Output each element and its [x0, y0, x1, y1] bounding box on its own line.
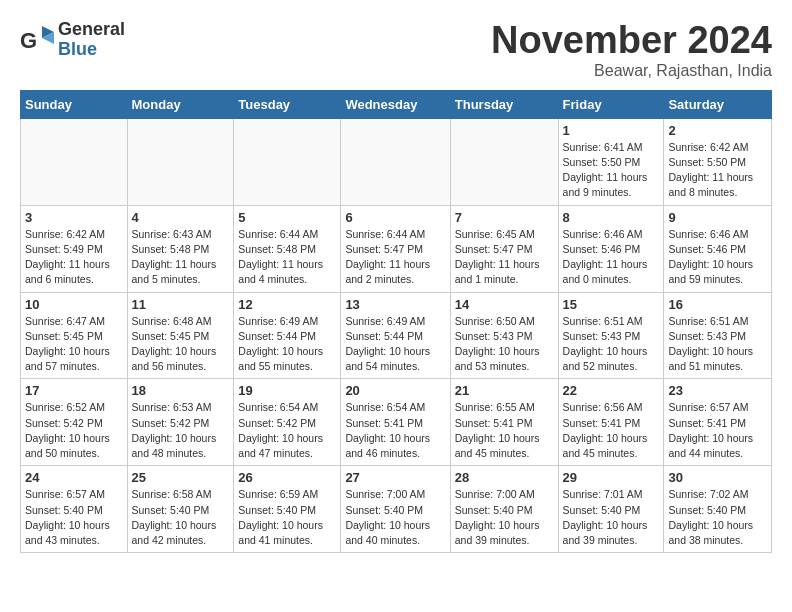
sunset-label: Sunset: 5:42 PM: [238, 417, 316, 429]
sunrise-label: Sunrise: 6:53 AM: [132, 401, 212, 413]
header-thursday: Thursday: [450, 90, 558, 118]
day-number: 24: [25, 470, 123, 485]
day-number: 14: [455, 297, 554, 312]
calendar-cell-4-5: 29 Sunrise: 7:01 AM Sunset: 5:40 PM Dayl…: [558, 466, 664, 553]
day-number: 29: [563, 470, 660, 485]
sunset-label: Sunset: 5:47 PM: [455, 243, 533, 255]
sunset-label: Sunset: 5:43 PM: [668, 330, 746, 342]
sunrise-label: Sunrise: 7:00 AM: [455, 488, 535, 500]
sunrise-label: Sunrise: 6:56 AM: [563, 401, 643, 413]
sunset-label: Sunset: 5:47 PM: [345, 243, 423, 255]
sunset-label: Sunset: 5:41 PM: [563, 417, 641, 429]
calendar-week-4: 17 Sunrise: 6:52 AM Sunset: 5:42 PM Dayl…: [21, 379, 772, 466]
day-number: 13: [345, 297, 445, 312]
weekday-header-row: Sunday Monday Tuesday Wednesday Thursday…: [21, 90, 772, 118]
header-sunday: Sunday: [21, 90, 128, 118]
sunset-label: Sunset: 5:40 PM: [132, 504, 210, 516]
calendar-cell-4-3: 27 Sunrise: 7:00 AM Sunset: 5:40 PM Dayl…: [341, 466, 450, 553]
day-number: 26: [238, 470, 336, 485]
sunset-label: Sunset: 5:44 PM: [345, 330, 423, 342]
calendar-cell-1-1: 4 Sunrise: 6:43 AM Sunset: 5:48 PM Dayli…: [127, 205, 234, 292]
calendar-cell-2-3: 13 Sunrise: 6:49 AM Sunset: 5:44 PM Dayl…: [341, 292, 450, 379]
daylight-label: Daylight: 11 hours and 4 minutes.: [238, 258, 323, 285]
sunrise-label: Sunrise: 6:57 AM: [668, 401, 748, 413]
sunrise-label: Sunrise: 6:41 AM: [563, 141, 643, 153]
sunset-label: Sunset: 5:46 PM: [563, 243, 641, 255]
day-number: 18: [132, 383, 230, 398]
daylight-label: Daylight: 10 hours and 38 minutes.: [668, 519, 753, 546]
daylight-label: Daylight: 11 hours and 2 minutes.: [345, 258, 430, 285]
daylight-label: Daylight: 10 hours and 45 minutes.: [455, 432, 540, 459]
header: G General Blue November 2024 Beawar, Raj…: [20, 20, 772, 80]
day-number: 22: [563, 383, 660, 398]
day-number: 3: [25, 210, 123, 225]
calendar-cell-3-6: 23 Sunrise: 6:57 AM Sunset: 5:41 PM Dayl…: [664, 379, 772, 466]
day-number: 23: [668, 383, 767, 398]
calendar-week-5: 24 Sunrise: 6:57 AM Sunset: 5:40 PM Dayl…: [21, 466, 772, 553]
calendar-week-3: 10 Sunrise: 6:47 AM Sunset: 5:45 PM Dayl…: [21, 292, 772, 379]
daylight-label: Daylight: 10 hours and 41 minutes.: [238, 519, 323, 546]
calendar-cell-2-4: 14 Sunrise: 6:50 AM Sunset: 5:43 PM Dayl…: [450, 292, 558, 379]
daylight-label: Daylight: 10 hours and 42 minutes.: [132, 519, 217, 546]
logo-icon: G: [20, 22, 56, 58]
daylight-label: Daylight: 10 hours and 39 minutes.: [455, 519, 540, 546]
daylight-label: Daylight: 11 hours and 1 minute.: [455, 258, 540, 285]
sunset-label: Sunset: 5:40 PM: [345, 504, 423, 516]
daylight-label: Daylight: 10 hours and 50 minutes.: [25, 432, 110, 459]
calendar-cell-2-2: 12 Sunrise: 6:49 AM Sunset: 5:44 PM Dayl…: [234, 292, 341, 379]
sunrise-label: Sunrise: 6:48 AM: [132, 315, 212, 327]
sunrise-label: Sunrise: 6:43 AM: [132, 228, 212, 240]
calendar-cell-0-5: 1 Sunrise: 6:41 AM Sunset: 5:50 PM Dayli…: [558, 118, 664, 205]
header-tuesday: Tuesday: [234, 90, 341, 118]
sunset-label: Sunset: 5:40 PM: [455, 504, 533, 516]
day-number: 20: [345, 383, 445, 398]
sunrise-label: Sunrise: 6:55 AM: [455, 401, 535, 413]
sunset-label: Sunset: 5:41 PM: [345, 417, 423, 429]
calendar-cell-2-1: 11 Sunrise: 6:48 AM Sunset: 5:45 PM Dayl…: [127, 292, 234, 379]
calendar-cell-1-0: 3 Sunrise: 6:42 AM Sunset: 5:49 PM Dayli…: [21, 205, 128, 292]
calendar-cell-0-4: [450, 118, 558, 205]
sunset-label: Sunset: 5:45 PM: [132, 330, 210, 342]
day-number: 2: [668, 123, 767, 138]
header-wednesday: Wednesday: [341, 90, 450, 118]
day-number: 9: [668, 210, 767, 225]
day-number: 6: [345, 210, 445, 225]
daylight-label: Daylight: 10 hours and 45 minutes.: [563, 432, 648, 459]
location-title: Beawar, Rajasthan, India: [491, 62, 772, 80]
day-number: 12: [238, 297, 336, 312]
calendar-cell-0-2: [234, 118, 341, 205]
day-number: 8: [563, 210, 660, 225]
calendar-cell-1-4: 7 Sunrise: 6:45 AM Sunset: 5:47 PM Dayli…: [450, 205, 558, 292]
calendar-cell-2-6: 16 Sunrise: 6:51 AM Sunset: 5:43 PM Dayl…: [664, 292, 772, 379]
month-title: November 2024: [491, 20, 772, 62]
sunset-label: Sunset: 5:42 PM: [25, 417, 103, 429]
sunset-label: Sunset: 5:43 PM: [563, 330, 641, 342]
day-number: 25: [132, 470, 230, 485]
daylight-label: Daylight: 10 hours and 48 minutes.: [132, 432, 217, 459]
daylight-label: Daylight: 10 hours and 56 minutes.: [132, 345, 217, 372]
sunset-label: Sunset: 5:48 PM: [238, 243, 316, 255]
sunrise-label: Sunrise: 6:46 AM: [668, 228, 748, 240]
sunrise-label: Sunrise: 6:51 AM: [563, 315, 643, 327]
logo-general-text: General: [58, 20, 125, 40]
daylight-label: Daylight: 10 hours and 40 minutes.: [345, 519, 430, 546]
calendar-week-1: 1 Sunrise: 6:41 AM Sunset: 5:50 PM Dayli…: [21, 118, 772, 205]
sunset-label: Sunset: 5:40 PM: [238, 504, 316, 516]
daylight-label: Daylight: 10 hours and 43 minutes.: [25, 519, 110, 546]
calendar-table: Sunday Monday Tuesday Wednesday Thursday…: [20, 90, 772, 553]
logo-blue-text: Blue: [58, 40, 125, 60]
sunset-label: Sunset: 5:48 PM: [132, 243, 210, 255]
daylight-label: Daylight: 10 hours and 53 minutes.: [455, 345, 540, 372]
calendar-cell-3-2: 19 Sunrise: 6:54 AM Sunset: 5:42 PM Dayl…: [234, 379, 341, 466]
sunrise-label: Sunrise: 6:49 AM: [238, 315, 318, 327]
daylight-label: Daylight: 11 hours and 0 minutes.: [563, 258, 648, 285]
calendar-cell-4-6: 30 Sunrise: 7:02 AM Sunset: 5:40 PM Dayl…: [664, 466, 772, 553]
daylight-label: Daylight: 11 hours and 9 minutes.: [563, 171, 648, 198]
sunrise-label: Sunrise: 6:58 AM: [132, 488, 212, 500]
day-number: 7: [455, 210, 554, 225]
calendar-cell-0-1: [127, 118, 234, 205]
logo: G General Blue: [20, 20, 125, 60]
sunrise-label: Sunrise: 6:52 AM: [25, 401, 105, 413]
sunrise-label: Sunrise: 6:57 AM: [25, 488, 105, 500]
day-number: 17: [25, 383, 123, 398]
